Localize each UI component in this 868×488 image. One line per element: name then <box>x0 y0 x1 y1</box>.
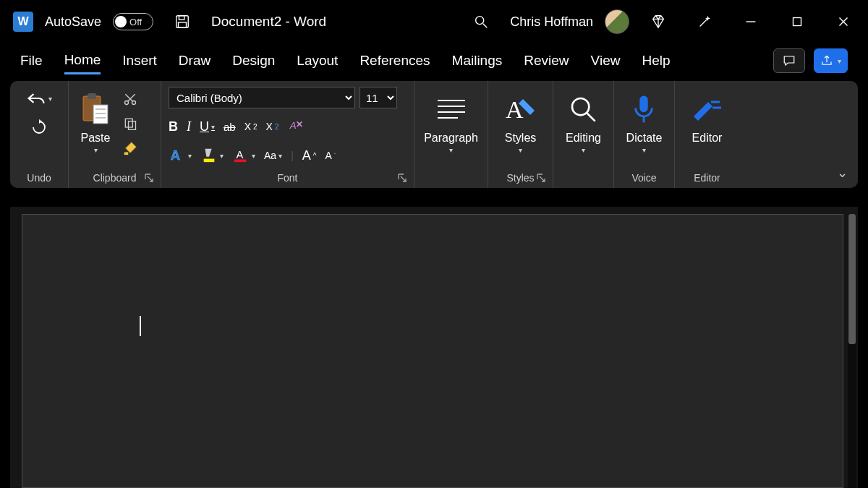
svg-rect-22 <box>124 153 129 155</box>
collapse-ribbon-button[interactable]: ⌄ <box>837 165 848 181</box>
cut-button[interactable] <box>121 90 140 108</box>
avatar[interactable] <box>605 9 629 34</box>
repeat-icon <box>30 119 48 136</box>
svg-rect-12 <box>93 105 108 124</box>
scissors-icon <box>123 91 137 107</box>
bold-button[interactable]: B <box>169 119 178 134</box>
minimize-icon <box>743 14 759 30</box>
undo-button[interactable]: ▾ <box>26 91 52 106</box>
styles-icon: A <box>504 95 537 124</box>
paragraph-label: Paragraph <box>424 132 478 145</box>
tab-layout[interactable]: Layout <box>297 48 338 73</box>
mic-icon <box>631 93 656 125</box>
font-name-select[interactable]: Calibri (Body) <box>169 87 355 108</box>
font-color-button[interactable]: A▾ <box>232 147 255 163</box>
premium-button[interactable] <box>641 4 676 39</box>
chevron-down-icon: ▾ <box>449 146 453 154</box>
clear-formatting-button[interactable]: A <box>288 119 304 134</box>
text-effect-icon: A <box>169 147 186 163</box>
chevron-down-icon: ▾ <box>94 146 98 154</box>
tab-home[interactable]: Home <box>64 48 101 74</box>
document-title: Document2 - Word <box>211 14 326 30</box>
autosave-state: Off <box>129 17 142 27</box>
dictate-button[interactable]: Dictate ▾ <box>622 87 667 155</box>
vertical-scrollbar[interactable] <box>848 214 856 488</box>
ribbon: ▾ Undo Paste ▾ <box>10 81 858 188</box>
svg-point-3 <box>476 17 484 25</box>
word-logo: W <box>13 12 33 32</box>
save-button[interactable] <box>165 4 200 39</box>
dialog-launcher-icon[interactable] <box>535 172 547 184</box>
scroll-thumb[interactable] <box>848 214 856 344</box>
subscript-button[interactable]: X2 <box>244 121 258 132</box>
tab-references[interactable]: References <box>359 48 430 73</box>
italic-button[interactable]: I <box>187 119 191 134</box>
change-case-button[interactable]: Aa ▾ <box>264 150 282 161</box>
svg-text:A: A <box>289 120 296 131</box>
editor-btn-label: Editor <box>692 132 723 145</box>
clear-format-icon: A <box>288 119 304 134</box>
dialog-launcher-icon[interactable] <box>143 172 155 184</box>
autosave-label: AutoSave <box>45 14 101 30</box>
svg-line-4 <box>483 24 488 28</box>
tab-view[interactable]: View <box>591 48 621 73</box>
chevron-down-icon: ▾ <box>642 146 646 154</box>
grow-font-button[interactable]: A^ <box>302 148 317 163</box>
underline-button[interactable]: U▾ <box>200 119 215 134</box>
highlight-icon <box>200 147 218 163</box>
ribbon-tabs: File Home Insert Draw Design Layout Refe… <box>0 43 868 78</box>
brush-icon <box>122 140 138 156</box>
svg-text:A: A <box>171 147 180 163</box>
tab-file[interactable]: File <box>20 48 43 73</box>
minimize-button[interactable] <box>733 4 768 39</box>
wand-icon <box>697 14 712 30</box>
tab-review[interactable]: Review <box>524 48 569 73</box>
styles-button[interactable]: A Styles ▾ <box>500 87 542 155</box>
document-page[interactable] <box>22 214 843 488</box>
styles-btn-label: Styles <box>505 132 537 145</box>
save-icon <box>174 14 190 30</box>
share-button[interactable]: ▾ <box>814 48 848 73</box>
svg-rect-35 <box>640 96 648 113</box>
search-button[interactable] <box>464 4 498 39</box>
maximize-button[interactable] <box>780 4 814 39</box>
highlight-button[interactable]: ▾ <box>200 147 224 163</box>
chevron-down-icon: ▾ <box>582 146 585 154</box>
comment-icon <box>782 54 796 67</box>
paragraph-button[interactable]: Paragraph ▾ <box>420 87 482 155</box>
paste-button[interactable]: Paste ▾ <box>76 87 115 155</box>
tab-mailings[interactable]: Mailings <box>452 48 503 73</box>
undo-icon <box>26 91 46 106</box>
find-icon <box>569 95 597 124</box>
format-painter-button[interactable] <box>121 139 140 158</box>
strikethrough-button[interactable]: ab <box>224 121 236 133</box>
search-icon <box>473 14 489 30</box>
coming-soon-button[interactable] <box>687 4 722 39</box>
comments-button[interactable] <box>773 48 805 73</box>
editor-button[interactable]: Editor <box>686 87 728 146</box>
font-size-select[interactable]: 11 <box>359 87 397 108</box>
svg-text:A: A <box>506 96 524 123</box>
dictate-label: Dictate <box>626 132 663 145</box>
close-button[interactable] <box>826 4 861 39</box>
editing-button[interactable]: Editing ▾ <box>561 87 605 155</box>
superscript-button[interactable]: X2 <box>266 121 279 132</box>
dialog-launcher-icon[interactable] <box>396 172 408 184</box>
svg-text:A: A <box>237 149 244 160</box>
copy-button[interactable] <box>121 114 140 133</box>
font-color-icon: A <box>232 147 250 163</box>
svg-line-34 <box>587 113 595 121</box>
repeat-button[interactable] <box>30 119 48 136</box>
close-icon <box>835 14 851 30</box>
svg-rect-2 <box>179 22 187 27</box>
svg-rect-11 <box>88 93 96 99</box>
text-effects-button[interactable]: A▾ <box>169 147 192 163</box>
shrink-font-button[interactable]: Aˇ <box>325 150 336 161</box>
maximize-icon <box>789 14 805 30</box>
autosave-toggle[interactable]: Off <box>113 13 153 30</box>
tab-draw[interactable]: Draw <box>179 48 210 73</box>
tab-help[interactable]: Help <box>642 48 670 73</box>
paste-label: Paste <box>81 132 111 145</box>
tab-insert[interactable]: Insert <box>122 48 157 73</box>
tab-design[interactable]: Design <box>232 48 275 73</box>
